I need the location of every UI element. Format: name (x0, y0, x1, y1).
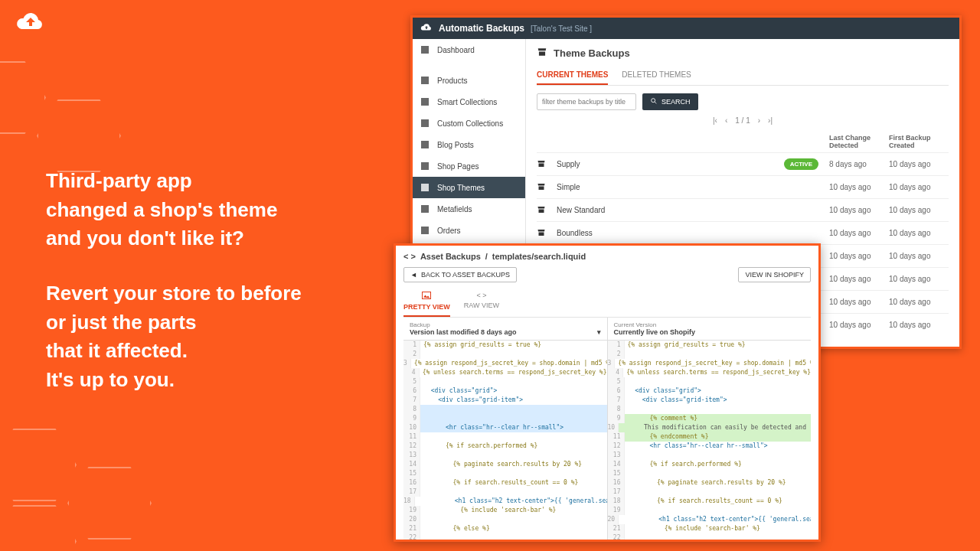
sidebar-item-label: Metafields (437, 205, 472, 214)
marketing-copy: Third-party app changed a shop's theme a… (46, 167, 375, 395)
code-line: 9 (403, 414, 607, 423)
code-line: 12 {% if search.performed %} (403, 442, 607, 451)
code-line: 9 {% comment %} (608, 414, 812, 423)
table-row[interactable]: SupplyACTIVE8 days ago10 days ago (537, 152, 949, 175)
sidebar-icon (420, 76, 430, 85)
first-backup: 10 days ago (889, 229, 949, 237)
first-backup: 10 days ago (889, 183, 949, 191)
sidebar-icon (420, 140, 430, 149)
code-line: 19 {% include 'search-bar' %} (403, 506, 607, 515)
crumb-root[interactable]: Asset Backups (420, 252, 481, 261)
pager-first-icon[interactable]: |‹ (713, 116, 717, 125)
diff-head-backup[interactable]: Backup Version last modified 8 days ago▾ (403, 318, 608, 340)
code-line: 8 (608, 405, 812, 414)
code-line: 5 (608, 377, 812, 386)
pager: |‹ ‹ 1 / 1 › ›| (537, 116, 949, 125)
code-line: 20 (403, 515, 607, 524)
code-line: 13 (608, 451, 812, 460)
code-line: 1{% assign grid_results = true %} (403, 341, 607, 350)
code-line: 15 (403, 469, 607, 478)
code-line: 5 (403, 377, 607, 386)
tab-pretty-view[interactable]: PRETTY VIEW (403, 289, 450, 317)
svg-rect-7 (421, 205, 429, 213)
sidebar-item-label: Dashboard (437, 46, 475, 54)
storefront-icon (537, 159, 549, 170)
first-backup: 10 days ago (889, 160, 949, 168)
code-line: 14 {% if search.performed %} (608, 460, 812, 469)
sidebar-item-smart-collections[interactable]: Smart Collections (413, 91, 525, 112)
code-line: 17 (608, 487, 812, 497)
storefront-icon (537, 228, 549, 239)
svg-rect-1 (421, 77, 429, 84)
site-name: [Talon's Test Site ] (531, 24, 592, 33)
code-line: 22 (608, 533, 812, 542)
hex-deco (0, 429, 77, 501)
sidebar-item-metafields[interactable]: Metafields (413, 198, 525, 220)
code-line: 19 (608, 506, 812, 515)
code-line: 13 (403, 451, 607, 460)
sidebar-item-products[interactable]: Products (413, 70, 525, 91)
pager-prev-icon[interactable]: ‹ (725, 116, 727, 125)
theme-tabs: CURRENT THEMES DELETED THEMES (537, 66, 949, 86)
code-line: 21 {% else %} (403, 524, 607, 533)
table-row[interactable]: New Standard10 days ago10 days ago (537, 198, 949, 221)
code-line: 8 (403, 405, 607, 414)
theme-name: Simple (557, 183, 786, 191)
sidebar-item-orders[interactable]: Orders (413, 220, 525, 241)
code-line: 20 <h1 class="h2 text-center">{{ 'genera… (608, 515, 812, 524)
marketing-line: or just the parts (46, 311, 196, 334)
table-row[interactable]: Boundless10 days ago10 days ago (537, 221, 949, 244)
hex-deco (67, 467, 152, 540)
tab-label: PRETTY VIEW (403, 303, 450, 311)
tab-current-themes[interactable]: CURRENT THEMES (537, 66, 608, 85)
asset-window: < > Asset Backups / templates/search.liq… (394, 243, 821, 542)
search-icon (650, 97, 658, 106)
table-row[interactable]: Simple10 days ago10 days ago (537, 175, 949, 198)
breadcrumb: < > Asset Backups / templates/search.liq… (403, 252, 811, 261)
sidebar-item-label: Shop Pages (437, 162, 479, 171)
tab-raw-view[interactable]: < > RAW VIEW (464, 289, 499, 317)
code-line: 1{% assign grid_results = true %} (608, 341, 812, 350)
sidebar-item-label: Custom Collections (437, 119, 503, 128)
sidebar-icon (420, 45, 430, 54)
sidebar-item-shop-pages[interactable]: Shop Pages (413, 155, 525, 177)
back-button[interactable]: ◄ BACK TO ASSET BACKUPS (403, 267, 517, 282)
pager-next-icon[interactable]: › (758, 116, 760, 125)
svg-rect-0 (421, 46, 429, 54)
search-input[interactable] (537, 93, 636, 110)
code-line: 16 {% if search.results_count == 0 %} (403, 478, 607, 487)
code-line: 17 (403, 487, 607, 497)
tab-deleted-themes[interactable]: DELETED THEMES (622, 66, 691, 85)
diff-head-value: Currently live on Shopify (614, 328, 696, 336)
marketing-line: Third-party app (46, 169, 192, 192)
theme-name: Supply (557, 160, 784, 168)
sidebar-item-blog-posts[interactable]: Blog Posts (413, 134, 525, 155)
first-backup: 10 days ago (889, 275, 949, 283)
sidebar-item-shop-themes[interactable]: Shop Themes (413, 177, 525, 198)
code-line: 22 (403, 533, 607, 542)
image-icon (422, 292, 431, 301)
storefront-icon (537, 182, 549, 193)
code-line: 3{% assign respond_js_secret_key = shop.… (403, 359, 607, 368)
view-in-shopify-button[interactable]: VIEW IN SHOPIFY (738, 267, 811, 282)
pager-last-icon[interactable]: ›| (768, 116, 773, 125)
table-header: Last Change Detected First Backup Create… (537, 131, 949, 152)
code-line: 11 (403, 432, 607, 442)
sidebar-item-custom-collections[interactable]: Custom Collections (413, 112, 525, 134)
search-button[interactable]: SEARCH (642, 93, 698, 110)
active-badge: ACTIVE (784, 158, 818, 170)
code-icon: < > (403, 252, 416, 261)
code-line: 21 {% include 'search-bar' %} (608, 524, 812, 533)
code-line: 16 {% paginate search.results by 20 %} (608, 478, 812, 487)
diff-pane-backup[interactable]: 1{% assign grid_results = true %}23{% as… (403, 341, 608, 542)
back-button-label: BACK TO ASSET BACKUPS (421, 271, 510, 279)
chevron-down-icon: ▾ (597, 328, 601, 336)
diff-pane-current[interactable]: 1{% assign grid_results = true %}23{% as… (608, 341, 812, 542)
svg-rect-4 (421, 141, 429, 148)
diff-body: 1{% assign grid_results = true %}23{% as… (403, 341, 811, 542)
sidebar-item-dashboard[interactable]: Dashboard (413, 39, 525, 60)
sidebar-item-label: Shop Themes (437, 184, 485, 192)
marketing-line: It's up to you. (46, 368, 175, 391)
marketing-line: and you don't like it? (46, 227, 244, 249)
app-logo (15, 11, 46, 37)
